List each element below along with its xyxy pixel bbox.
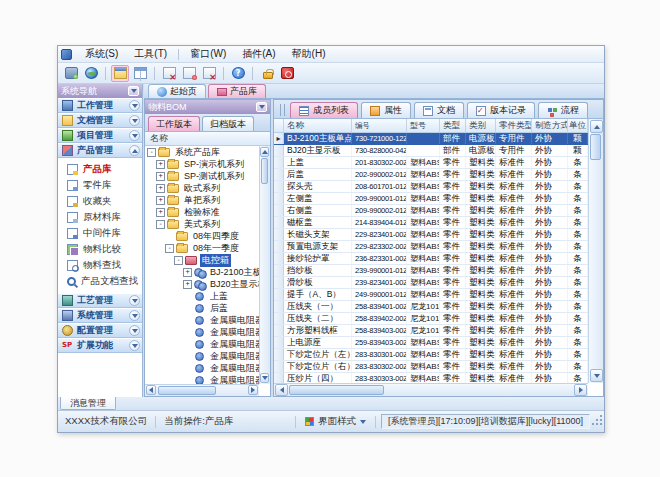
member-tab[interactable]: 属性 bbox=[361, 102, 411, 118]
tree-node[interactable]: + 欧式系列 bbox=[145, 182, 259, 194]
tree-node[interactable]: 金属膜电阻器 bbox=[145, 314, 259, 326]
sidebar-section[interactable]: 配置管理 bbox=[58, 323, 142, 338]
sidebar-item[interactable]: 收藏夹 bbox=[58, 193, 142, 209]
expand-section-button[interactable] bbox=[129, 130, 140, 141]
member-tab[interactable]: 流程 bbox=[538, 102, 588, 118]
sidebar-section-product[interactable]: 产品管理 bbox=[58, 143, 142, 158]
table-row[interactable]: 挡纱板 239-990001-01Z 塑料ABS 零件 塑料类 标准件 外协 条 bbox=[274, 265, 588, 277]
expand-toggle-icon[interactable]: + bbox=[156, 208, 165, 217]
tree-node[interactable]: 上盖 bbox=[145, 290, 259, 302]
toolbar-button[interactable] bbox=[200, 65, 218, 82]
bom-panel-menu-button[interactable] bbox=[256, 102, 267, 112]
scroll-thumb[interactable] bbox=[289, 385, 384, 395]
tree-column-header[interactable]: 名称 bbox=[145, 132, 270, 146]
sidebar-section[interactable]: 工作管理 bbox=[58, 98, 142, 113]
sidebar-section[interactable]: 扩展功能 bbox=[58, 338, 142, 353]
table-row[interactable]: 预置电源支架 229-823302-00Z 塑料ABS 零件 塑料类 标准件 外… bbox=[274, 241, 588, 253]
scroll-right-button[interactable] bbox=[574, 384, 587, 396]
toolbar-button[interactable] bbox=[252, 67, 253, 80]
tree-node[interactable]: - 系统产品库 bbox=[145, 146, 259, 158]
tree-vertical-scrollbar[interactable] bbox=[259, 146, 270, 384]
sidebar-section[interactable]: 文档管理 bbox=[58, 113, 142, 128]
expand-section-button[interactable] bbox=[129, 340, 140, 351]
message-manager-tab[interactable]: 消息管理 bbox=[60, 397, 116, 410]
table-row[interactable]: 磁枢盖 214-839404-01Z 塑料ABS 零件 塑料类 标准件 外协 条 bbox=[274, 217, 588, 229]
tree-node[interactable]: + 检验标准 bbox=[145, 206, 259, 218]
column-header[interactable]: 名称 bbox=[284, 119, 352, 132]
table-row[interactable]: 压线夹（二） 258-839402-00Z 尼龙1010 零件 塑料类 标准件 … bbox=[274, 313, 588, 325]
member-tab[interactable]: 文档 bbox=[414, 102, 464, 118]
tree-horizontal-scrollbar[interactable] bbox=[145, 384, 259, 396]
tree-node[interactable]: 金属膜电阻器 bbox=[145, 362, 259, 374]
toolbar-button[interactable] bbox=[62, 65, 80, 82]
expand-toggle-icon[interactable]: - bbox=[147, 148, 156, 157]
toolbar-button[interactable] bbox=[154, 67, 155, 80]
column-header[interactable]: 编号 bbox=[352, 119, 407, 132]
table-row[interactable]: 上盖 201-830302-00Z 塑料ABS 零件 塑料类 标准件 外协 条 bbox=[274, 157, 588, 169]
scroll-up-button[interactable] bbox=[260, 147, 269, 157]
version-tab[interactable]: 工作版本 bbox=[148, 116, 200, 131]
table-horizontal-scrollbar[interactable] bbox=[274, 383, 588, 396]
column-header[interactable]: 单位 bbox=[568, 119, 588, 132]
table-row[interactable]: 接纱轮护罩 236-823301-00Z 塑料ABS 零件 塑料类 标准件 外协… bbox=[274, 253, 588, 265]
member-tab[interactable]: 成员列表 bbox=[290, 102, 358, 118]
table-row[interactable]: 探头壳 208-601701-01Z 塑料ABS 零件 塑料类 标准件 外协 条 bbox=[274, 181, 588, 193]
table-row[interactable]: BJ20主显示板 730-828000-04Z 部件 电源板 专用件 外协 颗 bbox=[274, 145, 588, 157]
tree-node[interactable]: + SP-测试机系列 bbox=[145, 170, 259, 182]
document-tab[interactable]: 起始页 bbox=[148, 84, 206, 98]
table-row[interactable]: 提手（A、B） 249-990001-01Z 塑料ABS 零件 塑料类 标准件 … bbox=[274, 289, 588, 301]
toolbar-button[interactable] bbox=[278, 65, 296, 82]
tree-node[interactable]: 金属膜电阻器 bbox=[145, 338, 259, 350]
table-row[interactable]: 右侧盖 209-990002-01Z 塑料ABS 零件 塑料类 标准件 外协 条 bbox=[274, 205, 588, 217]
menu-item[interactable]: 系统(S) bbox=[77, 46, 126, 63]
sidebar-menu-button[interactable] bbox=[128, 86, 139, 96]
expand-section-button[interactable] bbox=[129, 115, 140, 126]
sidebar-item[interactable]: 原材料库 bbox=[58, 209, 142, 225]
sidebar-section[interactable]: 系统管理 bbox=[58, 308, 142, 323]
table-row[interactable]: 压线夹（一） 258-839401-00Z 尼龙1010 零件 塑料类 标准件 … bbox=[274, 301, 588, 313]
tree-node[interactable]: + 单把系列 bbox=[145, 194, 259, 206]
expand-toggle-icon[interactable]: - bbox=[156, 220, 165, 229]
table-row[interactable]: 后盖 202-990002-01Z 塑料ABS 零件 塑料类 标准件 外协 条 bbox=[274, 169, 588, 181]
tree-node[interactable]: + SP-演示机系列 bbox=[145, 158, 259, 170]
scroll-thumb[interactable] bbox=[590, 134, 601, 160]
scroll-thumb[interactable] bbox=[158, 386, 216, 395]
tree-node[interactable]: 后盖 bbox=[145, 302, 259, 314]
toolbar-button[interactable] bbox=[105, 67, 106, 80]
toolbar-button[interactable] bbox=[229, 65, 247, 82]
column-header[interactable]: 零件类型 bbox=[496, 119, 532, 132]
tree-node[interactable]: 金属膜电阻器 bbox=[145, 374, 259, 384]
scroll-down-button[interactable] bbox=[260, 373, 269, 383]
scroll-up-button[interactable] bbox=[590, 120, 603, 133]
resize-grip[interactable] bbox=[596, 419, 598, 421]
collapse-section-button[interactable] bbox=[129, 145, 140, 156]
tree-node[interactable]: - 08年一季度 bbox=[145, 242, 259, 254]
toolbar-button[interactable] bbox=[131, 65, 149, 82]
menu-item[interactable]: 插件(A) bbox=[234, 46, 283, 63]
expand-section-button[interactable] bbox=[129, 310, 140, 321]
sidebar-section[interactable]: 工艺管理 bbox=[58, 293, 142, 308]
menu-item[interactable]: 窗口(W) bbox=[182, 46, 234, 63]
tree-node[interactable]: - 电控箱 bbox=[145, 254, 259, 266]
toolbar-button[interactable] bbox=[180, 65, 198, 82]
table-row[interactable]: 方形塑料线框 258-839403-00Z 尼龙1010 零件 塑料类 标准件 … bbox=[274, 325, 588, 337]
toolbar-button[interactable] bbox=[82, 65, 100, 82]
tree-node[interactable]: 金属膜电阻器 bbox=[145, 326, 259, 338]
document-tab[interactable]: 产品库 bbox=[208, 84, 266, 98]
sidebar-item[interactable]: 零件库 bbox=[58, 177, 142, 193]
expand-section-button[interactable] bbox=[129, 100, 140, 111]
scroll-thumb[interactable] bbox=[261, 158, 268, 184]
scroll-down-button[interactable] bbox=[590, 369, 603, 382]
menu-item[interactable] bbox=[178, 49, 179, 60]
tree-node[interactable]: 08年四季度 bbox=[145, 230, 259, 242]
sidebar-item[interactable]: 中间件库 bbox=[58, 225, 142, 241]
tree-node[interactable]: - 美式系列 bbox=[145, 218, 259, 230]
tree-node[interactable]: + BJ20主显示板 bbox=[145, 278, 259, 290]
table-row[interactable]: 下纱定位片（右） 283-830302-00Z 塑料ABS 零件 塑料类 标准件… bbox=[274, 361, 588, 373]
expand-toggle-icon[interactable]: + bbox=[183, 280, 192, 289]
table-row[interactable]: 滑纱板 239-823401-00Z 塑料ABS 零件 塑料类 标准件 外协 条 bbox=[274, 277, 588, 289]
column-header[interactable]: 型号 bbox=[407, 119, 440, 132]
expand-toggle-icon[interactable]: + bbox=[156, 172, 165, 181]
member-tab[interactable]: 版本记录 bbox=[467, 102, 535, 118]
expand-toggle-icon[interactable]: + bbox=[183, 268, 192, 277]
